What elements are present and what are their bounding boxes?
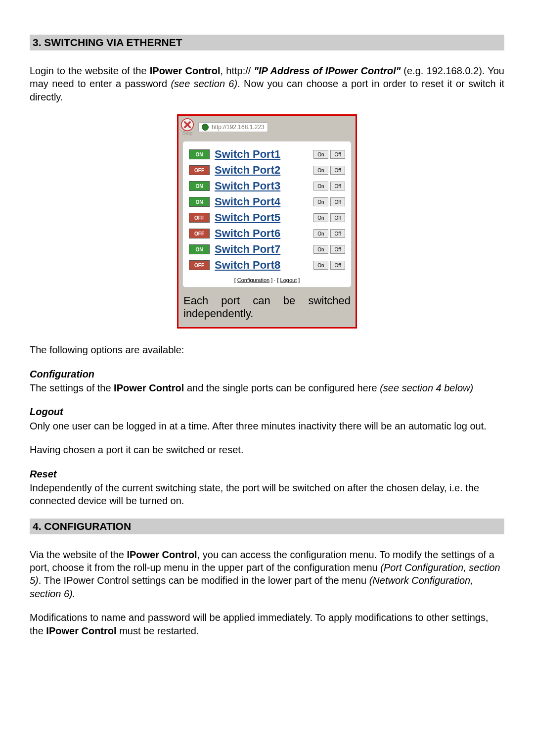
port-row: OFFSwitch Port2OnOff xyxy=(189,162,345,178)
figure-caption: Each port can be switched independently. xyxy=(178,291,356,327)
port-state-badge: ON xyxy=(189,244,210,254)
port-link[interactable]: Switch Port3 xyxy=(215,180,312,192)
port-off-button[interactable]: Off xyxy=(330,182,345,190)
port-link[interactable]: Switch Port7 xyxy=(215,243,312,256)
port-off-button[interactable]: Off xyxy=(330,213,345,222)
port-link[interactable]: Switch Port4 xyxy=(215,195,312,208)
port-row: ONSwitch Port7OnOff xyxy=(189,241,345,257)
text: The settings of the xyxy=(30,382,114,393)
ports-panel: ONSwitch Port1OnOffOFFSwitch Port2OnOffO… xyxy=(182,141,352,287)
logout-link[interactable]: Logout xyxy=(280,277,297,283)
text: and the single ports can be configured h… xyxy=(184,382,380,393)
section-4-p1: Via the website of the IPower Control, y… xyxy=(30,548,504,601)
port-state-badge: ON xyxy=(189,197,210,207)
port-state-badge: ON xyxy=(189,181,210,191)
text: , http:// xyxy=(221,65,254,76)
port-on-button[interactable]: On xyxy=(313,150,328,159)
port-on-button[interactable]: On xyxy=(313,261,328,270)
screenshot-figure: Stop http://192.168.1.223 ONSwitch Port1… xyxy=(177,114,357,329)
port-state-badge: OFF xyxy=(189,165,210,175)
port-state-badge: OFF xyxy=(189,213,210,223)
text: Via the website of the xyxy=(30,549,127,560)
port-link[interactable]: Switch Port1 xyxy=(215,148,312,161)
port-off-button[interactable]: Off xyxy=(330,261,345,270)
text: . The IPower Control settings can be mod… xyxy=(39,575,369,586)
chosen-port-paragraph: Having chosen a port it can be switched … xyxy=(30,443,504,456)
url-text: http://192.168.1.223 xyxy=(212,124,265,131)
logout-subhead: Logout xyxy=(30,405,504,418)
configuration-subhead: Configuration xyxy=(30,368,504,380)
document-page: 3. SWITCHING VIA ETHERNET Login to the w… xyxy=(0,0,534,756)
port-state-badge: ON xyxy=(189,149,210,159)
port-off-button[interactable]: Off xyxy=(330,197,345,206)
port-on-button[interactable]: On xyxy=(313,245,328,254)
text-bold: IPower Control xyxy=(114,382,184,393)
browser-toolbar: Stop http://192.168.1.223 xyxy=(178,116,356,137)
section-4-header: 4. CONFIGURATION xyxy=(30,519,504,534)
globe-icon xyxy=(202,124,209,131)
port-row: ONSwitch Port1OnOff xyxy=(189,146,345,162)
port-off-button[interactable]: Off xyxy=(330,150,345,159)
configuration-paragraph: Configuration The settings of the IPower… xyxy=(30,368,504,395)
text: must be restarted. xyxy=(117,625,199,636)
panel-footer: [ Configuration ] · [ Logout ] xyxy=(189,277,345,283)
port-link[interactable]: Switch Port5 xyxy=(215,211,312,224)
port-on-button[interactable]: On xyxy=(313,182,328,190)
text-bolditalic: "IP Address of IPower Control" xyxy=(254,65,401,76)
port-on-button[interactable]: On xyxy=(313,166,328,175)
text-bold: IPower Control xyxy=(150,65,221,76)
port-on-button[interactable]: On xyxy=(313,197,328,206)
text: Only one user can be logged in at a time… xyxy=(30,421,487,431)
port-state-badge: OFF xyxy=(189,260,210,270)
port-off-button[interactable]: Off xyxy=(330,166,345,175)
text-bold: IPower Control xyxy=(127,549,197,560)
port-link[interactable]: Switch Port6 xyxy=(215,227,312,240)
port-row: ONSwitch Port3OnOff xyxy=(189,178,345,194)
section-3-intro: Login to the website of the IPower Contr… xyxy=(30,64,504,103)
text: Independently of the current switching s… xyxy=(30,482,479,506)
port-link[interactable]: Switch Port2 xyxy=(215,164,312,177)
port-row: ONSwitch Port4OnOff xyxy=(189,194,345,210)
options-intro: The following options are available: xyxy=(30,343,504,356)
port-off-button[interactable]: Off xyxy=(330,245,345,254)
reset-paragraph: Reset Independently of the current switc… xyxy=(30,468,504,508)
section-3-header: 3. SWITCHING VIA ETHERNET xyxy=(30,35,504,50)
port-state-badge: OFF xyxy=(189,229,210,238)
text-italic: (see section 4 below) xyxy=(380,382,473,393)
section-4-p2: Modifications to name and password will … xyxy=(30,611,504,637)
text: Login to the website of the xyxy=(30,65,150,76)
port-row: OFFSwitch Port8OnOff xyxy=(189,257,345,273)
stop-label: Stop xyxy=(182,131,193,136)
port-on-button[interactable]: On xyxy=(313,229,328,238)
text-italic: (see section 6) xyxy=(171,78,237,89)
configuration-link[interactable]: Configuration xyxy=(237,277,269,283)
separator: ] · [ xyxy=(269,277,280,283)
address-bar[interactable]: http://192.168.1.223 xyxy=(198,122,268,132)
stop-icon xyxy=(180,118,194,132)
port-row: OFFSwitch Port5OnOff xyxy=(189,210,345,226)
stop-button[interactable]: Stop xyxy=(180,118,194,136)
port-off-button[interactable]: Off xyxy=(330,229,345,238)
logout-paragraph: Logout Only one user can be logged in at… xyxy=(30,405,504,432)
reset-subhead: Reset xyxy=(30,468,504,480)
port-on-button[interactable]: On xyxy=(313,213,328,222)
port-row: OFFSwitch Port6OnOff xyxy=(189,226,345,241)
port-link[interactable]: Switch Port8 xyxy=(215,259,312,272)
text-bold: IPower Control xyxy=(46,625,116,636)
